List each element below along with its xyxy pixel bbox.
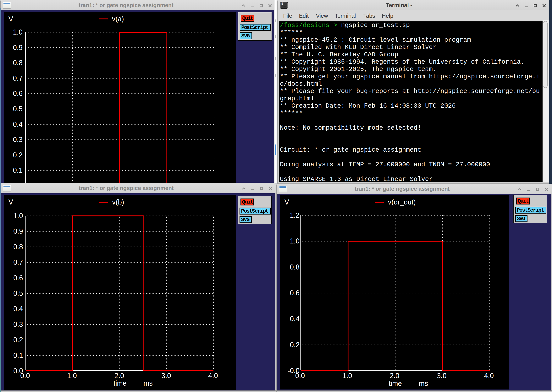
svg-text:0.7: 0.7 [13, 258, 23, 266]
svg-text:4.0: 4.0 [208, 372, 218, 380]
svg-text:0.2: 0.2 [290, 341, 300, 349]
svg-text:0.0: 0.0 [20, 372, 30, 380]
svg-text:1.0: 1.0 [342, 372, 352, 380]
svg-text:time: time [113, 379, 127, 387]
svg-text:v(b): v(b) [112, 198, 124, 206]
svg-text:3.0: 3.0 [161, 372, 171, 380]
svg-text:0.9: 0.9 [13, 44, 23, 51]
svg-text:0.4: 0.4 [13, 305, 23, 313]
svg-text:4.0: 4.0 [484, 372, 494, 380]
svg-text:0.8: 0.8 [290, 263, 300, 271]
svg-text:0.8: 0.8 [13, 59, 23, 67]
svg-text:0.5: 0.5 [13, 289, 23, 297]
svg-text:0.2: 0.2 [13, 336, 23, 344]
svg-text:V: V [8, 198, 13, 206]
svg-text:0.0: 0.0 [295, 372, 305, 380]
svg-text:0.6: 0.6 [290, 289, 300, 297]
svg-text:3.0: 3.0 [437, 372, 447, 380]
svg-text:0.7: 0.7 [13, 74, 23, 82]
svg-text:0.9: 0.9 [13, 227, 23, 235]
svg-text:ms: ms [419, 379, 428, 387]
svg-text:0.8: 0.8 [13, 243, 23, 251]
svg-text:time: time [389, 379, 402, 387]
svg-text:1.2: 1.2 [290, 211, 300, 219]
svg-text:v(a): v(a) [112, 15, 124, 23]
svg-text:V: V [8, 15, 13, 23]
svg-text:0.4: 0.4 [290, 315, 300, 323]
svg-text:1.0: 1.0 [67, 372, 77, 380]
svg-text:v(or_out): v(or_out) [388, 198, 416, 206]
svg-text:2.0: 2.0 [390, 372, 399, 380]
svg-text:0.3: 0.3 [13, 320, 23, 328]
svg-text:1.0: 1.0 [13, 28, 23, 36]
svg-text:2.0: 2.0 [114, 372, 124, 380]
svg-text:1.0: 1.0 [290, 237, 300, 245]
svg-text:1.0: 1.0 [13, 212, 23, 220]
svg-text:0.4: 0.4 [13, 120, 23, 128]
svg-text:0.1: 0.1 [13, 351, 23, 359]
svg-text:0.6: 0.6 [13, 274, 23, 282]
svg-text:0.1: 0.1 [13, 166, 23, 174]
svg-text:0.6: 0.6 [13, 90, 23, 98]
svg-text:ms: ms [143, 379, 153, 387]
svg-text:0.2: 0.2 [13, 151, 23, 159]
svg-text:0.3: 0.3 [13, 136, 23, 144]
svg-text:V: V [284, 198, 289, 206]
svg-text:0.5: 0.5 [13, 105, 23, 113]
